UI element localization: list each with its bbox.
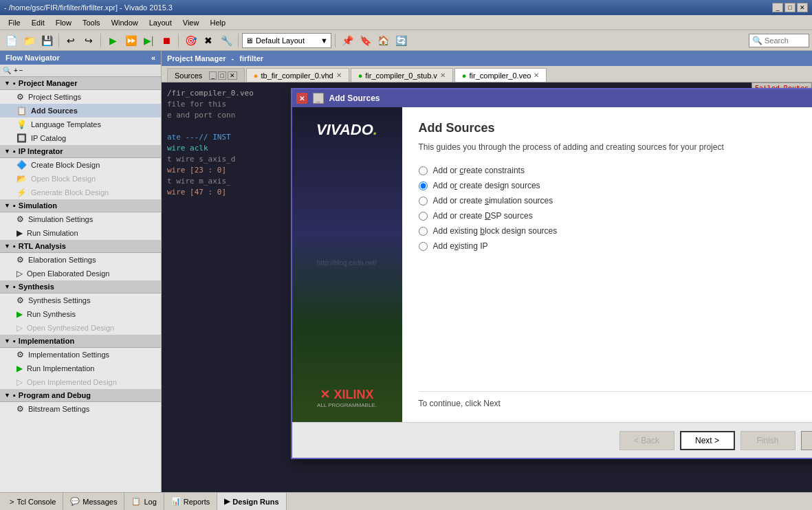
nav-section-title-project-manager[interactable]: ▼ ▪ Project Manager [0,77,161,90]
home-btn[interactable]: 🏠 [375,32,391,49]
bottom-tab-messages[interactable]: 💬 Messages [63,493,124,510]
nav-item-ip-catalog[interactable]: 🔲 IP Catalog [0,131,161,145]
section-icon: ▪ [13,242,16,250]
step-btn[interactable]: ▶| [140,32,157,49]
new-btn[interactable]: 📄 [3,32,19,49]
nav-item-run-simulation[interactable]: ▶ Run Simulation [0,226,161,240]
tcl-icon: > [10,498,14,506]
tab-tb-fir-vhd[interactable]: ● tb_fir_compiler_0.vhd ✕ [246,68,349,82]
nav-item-bitstream-settings[interactable]: ⚙ Bitstream Settings [0,402,161,416]
next-button[interactable]: Next > [680,431,735,450]
menu-edit[interactable]: Edit [26,17,50,28]
menu-help[interactable]: Help [204,17,231,28]
radio-dsp-input[interactable] [419,212,428,221]
radio-block-design-input[interactable] [419,227,428,236]
radio-existing-ip-input[interactable] [419,242,428,251]
search-box[interactable]: 🔍 [749,34,809,47]
radio-simulation[interactable]: Add or create simulation sources [419,196,813,206]
nav-item-simulation-settings[interactable]: ⚙ Simulation Settings [0,212,161,226]
pin-btn[interactable]: 📌 [339,32,355,49]
menu-window[interactable]: Window [106,17,144,28]
radio-design[interactable]: Add or create design sources [419,181,813,190]
open-btn[interactable]: 📁 [21,32,37,49]
tab-fir-stub[interactable]: ● fir_compiler_0_stub.v ✕ [351,68,453,82]
tab-stub-close[interactable]: ✕ [440,71,446,79]
nav-item-run-synthesis[interactable]: ▶ Run Synthesis [0,307,161,321]
nav-item-create-block-design[interactable]: 🔷 Create Block Design [0,158,161,172]
layout-dropdown[interactable]: 🖥 Default Layout ▼ [242,33,331,48]
menu-layout[interactable]: Layout [144,17,177,28]
sources-close-icon[interactable]: ✕ [228,71,237,80]
tab-tb-label: tb_fir_compiler_0.vhd [261,71,333,80]
tab-tb-close[interactable]: ✕ [336,71,342,79]
refresh-btn[interactable]: 🔄 [393,32,409,49]
menu-view[interactable]: View [177,17,205,28]
menu-tools[interactable]: Tools [77,17,106,28]
redo-btn[interactable]: ↪ [80,32,97,49]
section-icon: ▪ [13,337,16,345]
close-btn[interactable]: ✕ [797,3,808,12]
nav-item-synthesis-settings[interactable]: ⚙ Synthesis Settings [0,293,161,307]
bottom-tab-log[interactable]: 📋 Log [124,493,164,510]
sources-tab[interactable]: Sources _ □ ✕ [167,68,245,82]
nav-section-title-rtl[interactable]: ▼ ▪ RTL Analysis [0,240,161,253]
dialog-footer: < Back Next > Finish Cancel [292,422,813,458]
radio-simulation-input[interactable] [419,197,428,206]
sidebar-collapse-btn[interactable]: « [151,54,155,62]
dialog-close-btn[interactable]: ✕ [296,93,307,104]
radio-constraints-input[interactable] [419,166,428,175]
tab-fir-veo[interactable]: ● fir_compiler_0.veo ✕ [454,68,547,82]
nav-item-language-templates[interactable]: 💡 Language Templates [0,118,161,131]
nav-item-run-implementation[interactable]: ▶ Run Implementation [0,362,161,375]
nav-item-add-sources[interactable]: 📋 Add Sources [0,104,161,118]
menu-flow[interactable]: Flow [50,17,77,28]
run-all-btn[interactable]: ⏩ [122,32,139,49]
dialog-heading: Add Sources [419,121,813,135]
nav-expand-icon[interactable]: + [14,67,18,74]
radio-block-design[interactable]: Add existing block design sources [419,226,813,236]
finish-button[interactable]: Finish [740,431,795,450]
menu-file[interactable]: File [3,17,26,28]
sources-minimize-icon[interactable]: _ [209,71,217,80]
nav-section-title-program-debug[interactable]: ▼ ▪ Program and Debug [0,389,161,402]
bottom-tab-design-runs[interactable]: ▶ Design Runs [217,493,286,510]
bookmark-btn[interactable]: 🔖 [357,32,373,49]
dialog-min-btn[interactable]: _ [313,93,324,104]
radio-dsp[interactable]: Add or create DSP sources [419,211,813,221]
vhd-file-icon: ● [254,71,259,80]
impl-settings-icon: ⚙ [17,350,24,359]
radio-existing-ip[interactable]: Add existing IP [419,241,813,251]
back-button[interactable]: < Back [619,431,674,450]
run-impl-icon: ▶ [17,364,23,373]
nav-item-implementation-settings[interactable]: ⚙ Implementation Settings [0,348,161,362]
tab-veo-close[interactable]: ✕ [534,71,539,79]
minimize-btn[interactable]: _ [772,3,783,12]
search-input[interactable] [765,36,806,45]
save-btn[interactable]: 💾 [39,32,55,49]
radio-constraints[interactable]: Add or create constraints [419,166,813,175]
nav-section-title-simulation[interactable]: ▼ ▪ Simulation [0,199,161,212]
stop-btn[interactable]: ⏹ [158,32,175,49]
cancel-button[interactable]: Cancel [801,431,813,450]
radio-design-input[interactable] [419,181,428,190]
sources-restore-icon[interactable]: □ [218,71,226,80]
nav-item-open-elaborated[interactable]: ▷ Open Elaborated Design [0,267,161,280]
target-btn[interactable]: 🎯 [182,32,199,49]
sidebar-title: Flow Navigator [6,54,60,62]
add-sources-dialog: ✕ _ Add Sources VIVADO. http://blog.csdn… [291,88,813,459]
settings-btn[interactable]: ✖ [200,32,217,49]
maximize-btn[interactable]: □ [784,3,795,12]
nav-section-title-ip-integrator[interactable]: ▼ ▪ IP Integrator [0,145,161,158]
bottom-tab-tcl[interactable]: > Tcl Console [3,493,63,510]
toolbar-sep-2 [100,34,101,47]
nav-item-project-settings[interactable]: ⚙ Project Settings [0,90,161,104]
bottom-tab-reports[interactable]: 📊 Reports [164,493,218,510]
nav-collapse-icon[interactable]: − [19,67,23,74]
run-btn[interactable]: ▶ [105,32,121,49]
watermark: http://blog.csdn.net/ [317,259,377,267]
nav-section-title-synthesis[interactable]: ▼ ▪ Synthesis [0,280,161,293]
nav-section-title-implementation[interactable]: ▼ ▪ Implementation [0,335,161,348]
nav-item-elaboration-settings[interactable]: ⚙ Elaboration Settings [0,253,161,267]
debug-btn[interactable]: 🔧 [218,32,234,49]
undo-btn[interactable]: ↩ [63,32,79,49]
